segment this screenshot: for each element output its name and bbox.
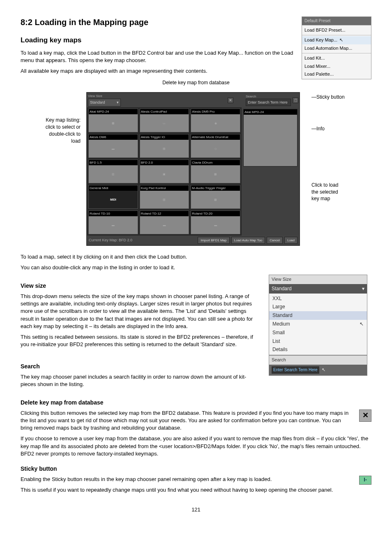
paragraph: This setting is recalled between session… <box>21 333 261 348</box>
menu-item-load-palette[interactable]: Load Palette... <box>302 70 371 78</box>
subheading-search: Search <box>21 363 261 371</box>
keymap-thumb[interactable]: Korg Pad Kontrol▧ <box>139 185 190 209</box>
viewsize-label: View Size <box>88 94 121 98</box>
subheading-loading: Loading key maps <box>21 35 293 45</box>
subheading-delete: Delete key map from database <box>21 399 371 407</box>
thumb-label: BFD 1.5 <box>89 160 138 165</box>
keymap-thumb[interactable]: Clavia DDrum▦ <box>190 159 241 184</box>
sticky-icon: I- <box>359 476 371 485</box>
thumb-label: Akai MPD-24 <box>89 109 138 114</box>
paragraph: The key map chooser panel includes a sea… <box>21 373 261 388</box>
load-menu: Default Preset Load BFD2 Preset... Load … <box>302 16 371 79</box>
menu-item-label: Load Key Map... <box>304 37 337 42</box>
viewsize-inset-title: View Size <box>269 275 367 284</box>
page-number: 121 <box>21 506 371 513</box>
keymap-thumb[interactable]: Alternate Mode DrumKat◇ <box>190 134 241 158</box>
keymap-thumb[interactable]: Roland TD-20▬ <box>190 210 241 235</box>
viewsize-option[interactable]: XXL <box>269 294 367 303</box>
load-button[interactable]: Load <box>284 237 297 244</box>
cursor-icon: ↖ <box>339 37 343 43</box>
viewsize-value: Standard <box>90 100 105 104</box>
thumb-label: Roland TD-10 <box>89 211 138 216</box>
thumb-label: M-Audio Trigger Finger <box>191 185 240 191</box>
keymap-thumb[interactable]: BFD 1.5▥ <box>88 159 138 184</box>
thumb-label: Korg Pad Kontrol <box>140 185 189 191</box>
thumb-label: Roland TD-12 <box>140 211 189 216</box>
callout-sticky: —Sticky button <box>311 94 371 101</box>
delete-icon: ✕ <box>359 409 371 422</box>
viewsize-option[interactable]: Small <box>269 328 367 337</box>
info-panel: Akai MPD-24 <box>243 109 297 166</box>
viewsize-dropdown[interactable]: Standard ▾ <box>88 99 121 106</box>
keymap-thumb[interactable]: Roland TD-12▬ <box>139 210 190 235</box>
paragraph: This is useful if you want to repeatedly… <box>21 486 371 494</box>
paragraph: All available key maps are displayed wit… <box>21 67 293 75</box>
subheading-sticky: Sticky button <box>21 465 371 473</box>
keymap-thumb[interactable]: Alesis Trigger IO▤ <box>139 134 190 158</box>
keymap-grid: Akai MPD-24▦ Alesis ControlPad▭ Alesis D… <box>87 107 242 236</box>
callout-load-button: Click to load the selected key map <box>311 182 371 202</box>
cursor-icon: ↖ <box>360 321 364 328</box>
search-inset-field[interactable]: Enter Search Term Here <box>272 366 319 374</box>
keymap-thumb[interactable]: Roland TD-10▬ <box>88 210 138 235</box>
chevron-down-icon: ▾ <box>362 285 364 292</box>
info-title: Akai MPD-24 <box>244 109 297 115</box>
thumb-label: Alesis DM5 Pro <box>191 109 240 114</box>
viewsize-option-list: XXL Large Standard Medium ↖ Small List D… <box>269 294 367 355</box>
viewsize-option[interactable]: Standard <box>269 311 367 320</box>
keymap-thumb[interactable]: Alesis DM6▬ <box>88 134 138 158</box>
page-title: 8:2 Loading in the Mapping page <box>21 16 293 28</box>
cancel-button[interactable]: Cancel <box>267 237 283 244</box>
paragraph: To load a map, select it by clicking on … <box>21 253 371 261</box>
thumb-label: Alesis Trigger IO <box>140 134 189 140</box>
search-inset-title: Search <box>269 356 367 364</box>
viewsize-option[interactable]: Details <box>269 345 367 354</box>
thumb-label: BFD 2.0 <box>140 160 189 165</box>
paragraph: This drop-down menu selects the size of … <box>21 293 261 330</box>
import-bfd1-button[interactable]: Import BFD1 Map <box>198 237 229 244</box>
paragraph: To load a key map, click the Load button… <box>21 49 293 64</box>
viewsize-option[interactable]: Large <box>269 303 367 311</box>
viewsize-option[interactable]: Medium ↖ <box>269 320 367 328</box>
menu-item-load-preset[interactable]: Load BFD2 Preset... <box>302 26 371 34</box>
search-inset: Search Enter Search Term Here ↖ <box>269 355 367 375</box>
search-input[interactable]: Enter Search Term Here <box>246 99 291 106</box>
subheading-viewsize: View size <box>21 282 261 290</box>
sticky-button[interactable]: ⎕ <box>293 97 298 103</box>
callout-listing: Key map listing: click to select or doub… <box>21 117 81 144</box>
viewsize-option[interactable]: List <box>269 337 367 346</box>
delete-keymap-button[interactable]: ✕ <box>228 97 233 103</box>
menu-item-load-keymap[interactable]: Load Key Map... ↖ <box>302 36 371 44</box>
thumb-label: Alesis DM6 <box>89 134 138 140</box>
keymap-chooser: View Size Standard ▾ ✕ Search Enter Sear… <box>86 92 300 246</box>
keymap-thumb[interactable]: Alesis ControlPad▭ <box>139 108 190 133</box>
viewsize-option-label: Medium <box>272 321 290 327</box>
viewsize-inset: View Size Standard ▾ XXL Large Standard … <box>269 275 367 355</box>
cursor-icon: ↖ <box>322 367 325 373</box>
thumb-label: Roland TD-20 <box>191 211 240 216</box>
menu-item-load-automation[interactable]: Load Automation Map... <box>302 44 371 52</box>
keymap-thumb[interactable]: BFD 2.0▣ <box>139 159 190 184</box>
keymap-thumb[interactable]: General MidiMIDI <box>88 185 138 209</box>
keymap-thumb[interactable]: Akai MPD-24▦ <box>88 108 138 133</box>
viewsize-selected-label: Standard <box>272 285 292 292</box>
keymap-thumb[interactable]: Alesis DM5 Pro◉ <box>190 108 241 133</box>
search-label: Search <box>246 94 291 99</box>
thumb-label: Alesis ControlPad <box>140 109 189 114</box>
current-keymap-status: Current Key Map: BFD 2.0 <box>89 238 196 243</box>
thumb-label: Alternate Mode DrumKat <box>191 134 240 140</box>
load-automap-button[interactable]: Load Auto Map Too <box>231 237 265 244</box>
menu-item-load-mixer[interactable]: Load Mixer... <box>302 62 371 70</box>
paragraph: Clicking this button removes the selecte… <box>21 409 371 432</box>
load-menu-title: Default Preset <box>302 17 371 25</box>
chevron-down-icon: ▾ <box>117 100 119 105</box>
paragraph: You can also double-click any map in the… <box>21 264 371 271</box>
menu-item-load-kit[interactable]: Load Kit... <box>302 54 371 62</box>
thumb-label: Clavia DDrum <box>191 160 240 165</box>
viewsize-current[interactable]: Standard ▾ <box>269 284 367 294</box>
keymap-thumb[interactable]: M-Audio Trigger Finger▩ <box>190 185 241 209</box>
callout-info: —Info <box>311 125 371 132</box>
callout-delete-label: Delete key map from database <box>21 79 371 86</box>
paragraph: If you choose to remove a user key map f… <box>21 435 371 458</box>
paragraph: Enabling the Sticky button results in th… <box>21 476 371 483</box>
